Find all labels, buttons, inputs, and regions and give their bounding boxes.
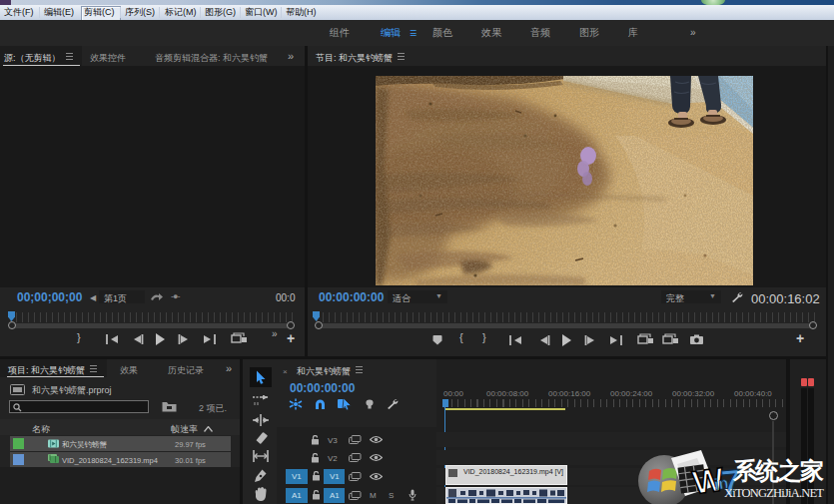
- svg-text:XiTONGZHiJiA.NET: XiTONGZHiJiA.NET: [724, 486, 824, 500]
- svg-text:系统之家: 系统之家: [732, 457, 824, 484]
